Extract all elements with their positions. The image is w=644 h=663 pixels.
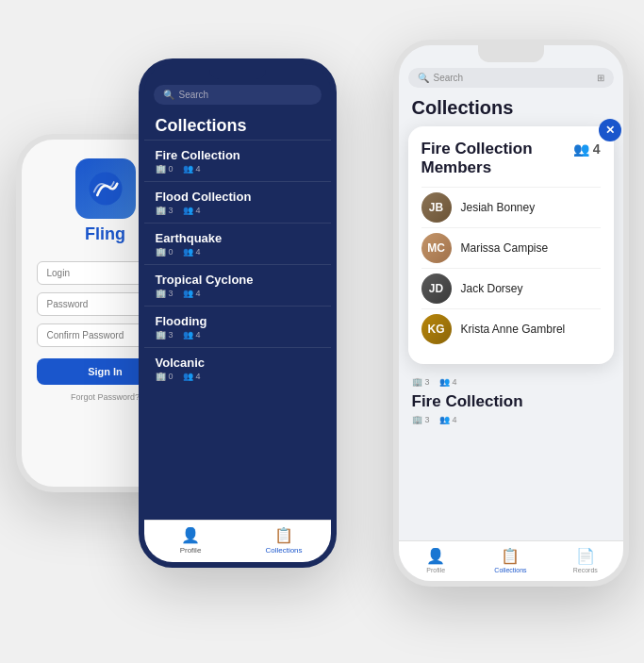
right-bottom-area: 🏢 3 👥 4 Fire Collection 🏢 3 👥 4 <box>399 364 623 539</box>
search-icon-middle: 🔍 <box>163 90 174 100</box>
meta-members: 👥 4 <box>183 164 201 174</box>
right-nav-profile[interactable]: 👤 Profile <box>399 547 473 573</box>
right-nav-records[interactable]: 📄 Records <box>548 547 622 573</box>
meta-members: 👥 4 <box>183 247 201 257</box>
meta-icons: 🏢 3 <box>156 289 173 298</box>
phone-notch-right <box>478 45 544 62</box>
list-item[interactable]: Volcanic 🏢 0 👥 4 <box>144 347 331 389</box>
right-profile-icon: 👤 <box>426 547 445 565</box>
profile-icon: 👤 <box>181 526 200 544</box>
search-left: 🔍 Search <box>418 73 464 83</box>
right-search-bar[interactable]: 🔍 Search ⊞ <box>408 68 614 88</box>
search-placeholder-right: Search <box>434 73 464 83</box>
collections-title-middle: Collections <box>144 110 331 140</box>
nav-label-collections: Collections <box>265 546 302 555</box>
search-icon-right: 🔍 <box>418 73 429 83</box>
members-modal-card: ✕ Fire Collection Members 👥 4 JB Jesiah … <box>408 126 614 365</box>
meta-members: 👥 4 <box>183 372 201 381</box>
list-item[interactable]: Fire Collection 🏢 0 👥 4 <box>144 140 331 181</box>
avatar: JD <box>421 273 452 304</box>
collection-name: Flood Collection <box>156 190 320 204</box>
meta-members: 👥 4 <box>183 206 201 215</box>
nav-label-profile: Profile <box>180 546 202 555</box>
meta-members: 👥 4 <box>183 289 201 298</box>
collection-list: Fire Collection 🏢 0 👥 4 Flood Collection… <box>144 140 331 520</box>
member-name: Jesiah Bonney <box>461 201 536 214</box>
search-label-middle: Search <box>179 90 209 100</box>
bottom-collection-title: Fire Collection <box>412 392 610 411</box>
member-name: Krista Anne Gambrel <box>461 323 566 336</box>
meta-icons: 🏢 0 <box>156 164 173 174</box>
app-name-label: Fling <box>85 224 125 244</box>
collection-meta: 🏢 0 👥 4 <box>156 372 320 381</box>
collections-icon: 📋 <box>274 526 293 544</box>
modal-close-button[interactable]: ✕ <box>599 119 621 141</box>
member-name: Jack Dorsey <box>461 282 523 295</box>
collection-name: Tropical Cyclone <box>156 273 320 287</box>
collection-name: Earthquake <box>156 231 320 245</box>
right-nav-label-records: Records <box>573 567 598 573</box>
meta-icons: 🏢 0 <box>156 372 173 381</box>
collection-meta: 🏢 3 👥 4 <box>156 330 320 340</box>
member-row: MC Marissa Campise <box>421 227 601 268</box>
nav-item-collections[interactable]: 📋 Collections <box>238 526 331 555</box>
right-collections-title: Collections <box>399 93 623 126</box>
list-item[interactable]: Flood Collection 🏢 3 👥 4 <box>144 181 331 223</box>
right-collections-icon: 📋 <box>501 547 520 565</box>
modal-member-count: 👥 4 <box>573 140 601 157</box>
app-icon <box>75 158 136 219</box>
right-nav-bar: 👤 Profile 📋 Collections 📄 Records <box>399 540 623 581</box>
meta-icons: 🏢 3 <box>156 330 173 340</box>
bottom-meta-icons: 🏢 3 <box>412 377 430 387</box>
bottom2-meta-members: 👥 4 <box>439 415 457 424</box>
nav-item-profile[interactable]: 👤 Profile <box>144 526 238 555</box>
bottom-meta-members: 👥 4 <box>439 377 457 387</box>
right-nav-label-profile: Profile <box>426 567 445 573</box>
collection-name: Flooding <box>156 314 320 328</box>
list-item[interactable]: Flooding 🏢 3 👥 4 <box>144 306 331 347</box>
list-item[interactable]: Tropical Cyclone 🏢 3 👥 4 <box>144 264 331 306</box>
collection-meta: 🏢 3 👥 4 <box>156 206 320 215</box>
collection-name: Fire Collection <box>156 148 320 162</box>
list-item[interactable]: Earthquake 🏢 0 👥 4 <box>144 223 331 264</box>
member-row: JB Jesiah Bonney <box>421 187 601 227</box>
people-icon: 👥 <box>573 141 589 157</box>
middle-nav-bar: 👤 Profile 📋 Collections <box>144 520 331 562</box>
member-name: Marissa Campise <box>461 241 549 255</box>
right-nav-collections[interactable]: 📋 Collections <box>473 547 548 573</box>
phone-notch-middle <box>209 64 266 79</box>
right-nav-label-collections: Collections <box>494 567 526 573</box>
member-row: KG Krista Anne Gambrel <box>421 308 601 349</box>
bottom2-meta-icons: 🏢 3 <box>412 415 430 424</box>
meta-icons: 🏢 0 <box>156 247 173 257</box>
avatar: JB <box>421 192 452 223</box>
collection-meta: 🏢 0 👥 4 <box>156 164 320 174</box>
forgot-password-link[interactable]: Forgot Password? <box>71 392 140 402</box>
meta-members: 👥 4 <box>183 330 201 340</box>
count-value: 4 <box>593 141 601 157</box>
collection-meta: 🏢 3 👥 4 <box>156 289 320 298</box>
right-records-icon: 📄 <box>576 547 595 565</box>
meta-icons: 🏢 3 <box>156 206 173 215</box>
member-row: JD Jack Dorsey <box>421 268 601 308</box>
collection-meta: 🏢 0 👥 4 <box>156 247 320 257</box>
modal-title: Fire Collection Members <box>421 140 553 178</box>
svg-point-0 <box>89 172 122 205</box>
filter-icon[interactable]: ⊞ <box>597 73 604 83</box>
avatar: MC <box>421 233 452 263</box>
avatar: KG <box>421 314 452 344</box>
phone-collections: 🔍 Search Collections Fire Collection 🏢 0… <box>139 58 337 568</box>
modal-header: Fire Collection Members 👥 4 <box>421 140 601 178</box>
collection-name: Volcanic <box>156 356 320 370</box>
phone-members: 🔍 Search ⊞ Collections ✕ Fire Collection… <box>393 40 629 587</box>
middle-search-bar[interactable]: 🔍 Search <box>154 85 322 105</box>
